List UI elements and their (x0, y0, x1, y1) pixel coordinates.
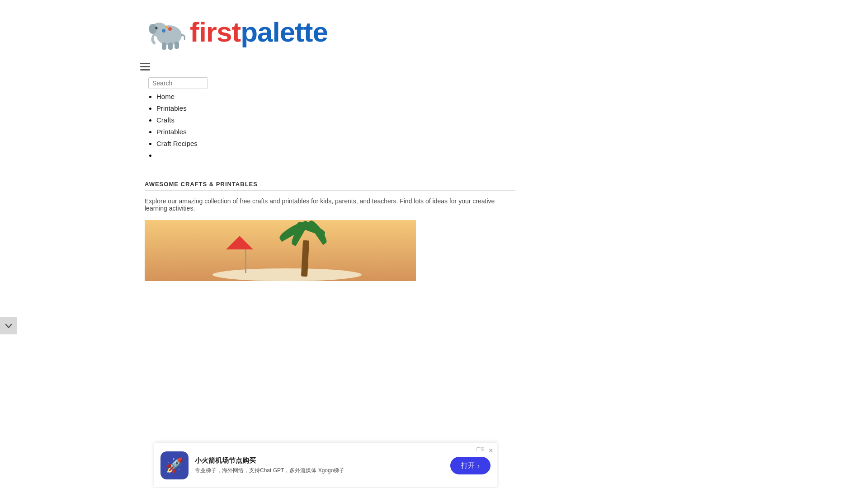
svg-rect-6 (175, 42, 179, 49)
logo-palette: palette (241, 16, 328, 47)
chevron-down-icon (5, 322, 13, 330)
nav-item-crafts[interactable]: Crafts (156, 116, 868, 124)
nav-item-printables-2[interactable]: Printables (156, 128, 868, 136)
ad-close-button[interactable]: × (488, 446, 493, 455)
rocket-icon: 🚀 (165, 457, 184, 474)
ad-title: 小火箭机场节点购买 (195, 456, 444, 465)
svg-point-8 (168, 27, 172, 31)
section-description: Explore our amazing collection of free c… (145, 197, 515, 212)
ad-icon: 🚀 (160, 451, 189, 479)
featured-image[interactable] (145, 220, 416, 281)
sand-base (212, 268, 362, 281)
nav-link-printables-2[interactable]: Printables (156, 128, 187, 136)
ad-subtitle: 专业梯子，海外网络，支持Chat GPT，多外流媒体 Xgogo梯子 (195, 467, 444, 474)
svg-point-9 (165, 26, 168, 28)
header: firstpalette (0, 0, 868, 59)
umbrella-stick (245, 246, 246, 273)
nav-link-craft-recipes[interactable]: Craft Recipes (156, 140, 198, 147)
svg-point-7 (162, 29, 165, 33)
nav-item-printables-1[interactable]: Printables (156, 104, 868, 113)
svg-rect-5 (168, 42, 173, 50)
elephant-logo-icon (145, 9, 190, 54)
nav-item-craft-recipes[interactable]: Craft Recipes (156, 140, 868, 148)
search-input[interactable] (148, 77, 208, 89)
logo[interactable]: firstpalette (145, 9, 868, 54)
ad-banner: 🚀 小火箭机场节点购买 专业梯子，海外网络，支持Chat GPT，多外流媒体 X… (154, 443, 497, 488)
logo-first: first (190, 16, 241, 47)
ad-button-label: 打开 (461, 461, 475, 470)
ad-meta-label: 广告 (476, 446, 485, 452)
nav-item-home[interactable]: Home (156, 93, 868, 101)
main-content: AWESOME CRAFTS & PRINTABLES Explore our … (0, 167, 520, 281)
ad-open-button[interactable]: 打开 › (450, 457, 491, 474)
ad-text-block: 小火箭机场节点购买 专业梯子，海外网络，支持Chat GPT，多外流媒体 Xgo… (195, 456, 444, 474)
nav-link-crafts[interactable]: Crafts (156, 116, 175, 124)
nav-link-home[interactable]: Home (156, 93, 175, 100)
logo-text: firstpalette (190, 16, 328, 48)
svg-point-2 (149, 24, 157, 34)
section-title: AWESOME CRAFTS & PRINTABLES (145, 181, 520, 188)
scroll-down-button[interactable] (0, 317, 17, 334)
nav-list: Home Printables Crafts Printables Craft … (140, 93, 868, 160)
ad-arrow-icon: › (477, 462, 480, 469)
craft-scene (145, 220, 416, 281)
svg-rect-4 (162, 42, 166, 50)
palm-leaf-4 (307, 220, 329, 245)
navigation: Home Printables Crafts Printables Craft … (0, 59, 868, 167)
svg-point-3 (156, 27, 158, 29)
nav-link-printables-1[interactable]: Printables (156, 104, 187, 112)
nav-toggle-button[interactable] (140, 63, 150, 71)
umbrella-top (226, 236, 253, 249)
section-divider (145, 190, 515, 191)
nav-item-empty (156, 151, 868, 160)
